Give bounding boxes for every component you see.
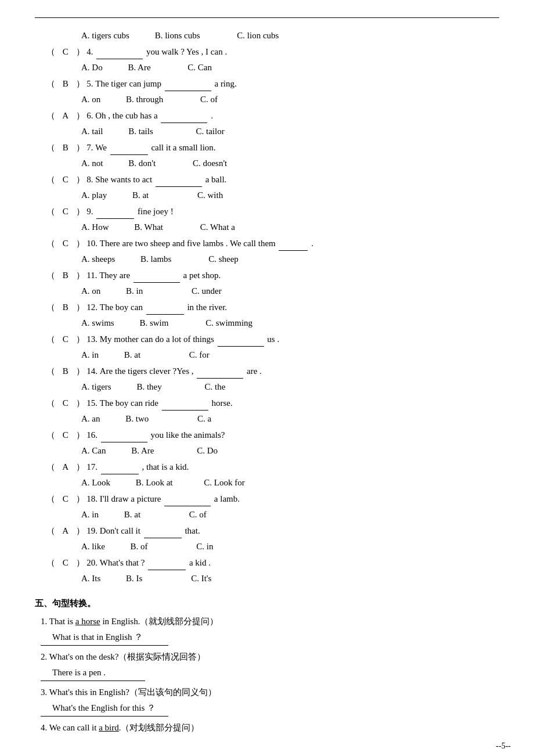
- q14-bracket: （ B ）: [46, 366, 85, 376]
- q20-bracket: （ C ）: [46, 558, 85, 567]
- opt-c-lion: C. lion cubs: [237, 31, 279, 40]
- q9-opt-b: B. What: [134, 222, 163, 232]
- page: A. tigers cubs B. lions cubs C. lion cub…: [0, 0, 534, 756]
- transform-item-1: 1. That is a horse in English.（就划线部分提问） …: [41, 614, 499, 646]
- question-5: （ B ） 5. The tiger can jump a ring.: [35, 77, 499, 92]
- q18-bracket: （ C ）: [46, 494, 85, 503]
- options-row-5: A. on B. through C. of: [35, 92, 499, 107]
- q4-opt-b: B. Are: [128, 63, 150, 72]
- q13-text: us .: [267, 334, 279, 344]
- question-14: （ B ） 14. Are the tigers clever ?Yes , a…: [35, 364, 499, 379]
- options-row-8: A. play B. at C. with: [35, 188, 499, 203]
- q12-blank: [146, 314, 184, 315]
- question-13: （ C ） 13. My mother can do a lot of thin…: [35, 332, 499, 347]
- q10-number: 10. There are two sheep and five lambs .…: [86, 239, 275, 248]
- q5-text: a ring.: [214, 79, 236, 88]
- options-row-7: A. not B. don't C. doesn't: [35, 156, 499, 171]
- question-11: （ B ） 11. They are a pet shop.: [35, 268, 499, 283]
- question-19: （ A ） 19. Don't call it that.: [35, 524, 499, 539]
- q6-opt-a: A. tail: [81, 127, 103, 136]
- q20-opt-a: A. Its: [81, 574, 100, 583]
- options-row-16: A. Can B. Are C. Do: [35, 444, 499, 459]
- q15-opt-a: A. an: [81, 414, 100, 423]
- q6-opt-c: C. tailor: [196, 127, 225, 136]
- q20-text: a kid .: [189, 558, 211, 567]
- opt-a-tigers: A. tigers cubs: [81, 31, 129, 40]
- q13-opt-c: C. for: [189, 350, 210, 359]
- q17-opt-c: C. Look for: [204, 478, 244, 487]
- mcq-list: A. tigers cubs B. lions cubs C. lion cub…: [35, 28, 499, 586]
- q15-number: 15. The boy can ride: [86, 398, 160, 408]
- q16-opt-c: C. Do: [197, 446, 218, 455]
- q8-opt-c: C. with: [197, 190, 223, 200]
- q8-number: 8. She wants to act: [86, 175, 154, 184]
- transform-4-question: 4. We can call it a bird.（对划线部分提问）: [41, 720, 499, 736]
- q19-blank: [144, 538, 182, 538]
- q9-text: fine joey !: [138, 207, 174, 216]
- q19-opt-a: A. like: [81, 542, 105, 551]
- q18-text: a lamb.: [214, 494, 240, 503]
- q20-blank: [148, 570, 186, 570]
- q15-text: horse.: [211, 398, 232, 408]
- q16-opt-a: A. Can: [81, 446, 106, 455]
- q20-opt-c: C. It's: [191, 574, 211, 583]
- transform-3-answer: What's the English for this ？: [41, 700, 168, 717]
- q9-opt-c: C. What a: [200, 222, 235, 232]
- q7-blank: [110, 154, 148, 155]
- q8-opt-a: A. play: [81, 190, 107, 200]
- q14-opt-c: C. the: [205, 382, 226, 391]
- q9-number: 9.: [86, 207, 95, 216]
- t1-rest: in English.（就划线部分提问）: [100, 617, 219, 626]
- question-10: （ C ） 10. There are two sheep and five l…: [35, 236, 499, 251]
- t2-num: 2. What's on the desk?（根据实际情况回答）: [41, 652, 205, 661]
- t1-num: 1. That is: [41, 617, 75, 626]
- q4-opt-a: A. Do: [81, 63, 103, 72]
- q6-text: .: [211, 111, 213, 120]
- q8-bracket: （ C ）: [46, 175, 85, 184]
- q19-opt-c: C. in: [196, 542, 213, 551]
- question-8: （ C ） 8. She wants to act a ball.: [35, 172, 499, 188]
- q5-number: 5. The tiger can jump: [86, 79, 163, 88]
- q10-bracket: （ C ）: [46, 239, 85, 248]
- q17-bracket: （ A ）: [46, 462, 85, 471]
- q8-blank: [156, 186, 202, 187]
- q10-text: .: [311, 239, 313, 248]
- q12-opt-b: B. swim: [139, 318, 168, 327]
- options-row-10: A. sheeps B. lambs C. sheep: [35, 252, 499, 267]
- q19-number: 19. Don't call it: [86, 526, 142, 535]
- options-row-20: A. Its B. Is C. It's: [35, 571, 499, 586]
- q19-text: that.: [185, 526, 200, 535]
- t2-answer-text: There is a pen .: [52, 668, 106, 677]
- t3-answer-text: What's the English for this ？: [52, 703, 156, 712]
- transform-item-4: 4. We can call it a bird.（对划线部分提问）: [41, 720, 499, 736]
- options-row-18: A. in B. at C. of: [35, 507, 499, 523]
- q13-bracket: （ C ）: [46, 334, 85, 344]
- question-20: （ C ） 20. What's that ? a kid .: [35, 556, 499, 571]
- options-row-14: A. tigers B. they C. the: [35, 380, 499, 395]
- q14-opt-b: B. they: [136, 382, 161, 391]
- q7-opt-b: B. don't: [128, 159, 156, 168]
- q7-bracket: （ B ）: [46, 143, 85, 152]
- transform-item-2: 2. What's on the desk?（根据实际情况回答） There i…: [41, 649, 499, 681]
- q12-opt-a: A. swims: [81, 318, 114, 327]
- q19-opt-b: B. of: [131, 542, 148, 551]
- q11-opt-c: C. under: [192, 286, 222, 296]
- q18-opt-a: A. in: [81, 510, 99, 519]
- q15-blank: [162, 410, 208, 411]
- q18-opt-c: C. of: [189, 510, 207, 519]
- q15-bracket: （ C ）: [46, 398, 85, 408]
- t4-underline: a bird: [99, 723, 119, 732]
- q17-number: 17.: [86, 462, 100, 471]
- q18-number: 18. I'll draw a picture: [86, 494, 163, 503]
- q12-bracket: （ B ）: [46, 303, 85, 312]
- transform-2-question: 2. What's on the desk?（根据实际情况回答）: [41, 649, 499, 665]
- q15-opt-b: B. two: [125, 414, 149, 423]
- transform-2-answer: There is a pen .: [41, 665, 145, 681]
- question-6: （ A ） 6. Oh , the cub has a .: [35, 109, 499, 124]
- q4-text: you walk ? Yes , I can .: [146, 47, 227, 56]
- q15-opt-c: C. a: [197, 414, 211, 423]
- t4-rest: .（对划线部分提问）: [119, 723, 200, 732]
- q8-text: a ball.: [205, 175, 227, 184]
- options-row-12: A. swims B. swim C. swimming: [35, 316, 499, 331]
- q11-blank: [134, 282, 180, 283]
